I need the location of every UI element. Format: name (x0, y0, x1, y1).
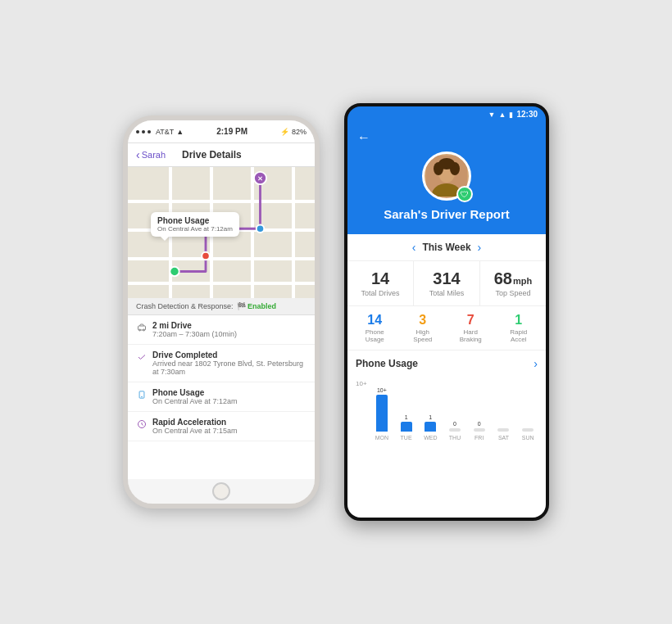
total-drives-stat: 14 Total Drives (347, 261, 414, 305)
back-label: Sarah (142, 150, 166, 160)
bar-tue-value: 1 (405, 414, 408, 420)
signal-dot-2 (142, 130, 145, 133)
drive-item-1: Drive Completed Arrived near 1802 Tyrone… (128, 345, 315, 382)
bar-sat: SAT (494, 427, 514, 441)
iphone-device: AT&T ▲ 2:19 PM ⚡ 82% ‹ Sarah Drive Detai… (123, 115, 320, 509)
top-speed-label: Top Speed (484, 289, 543, 297)
drive-sub-3: On Central Ave at 7:15am (152, 427, 306, 435)
app-container: AT&T ▲ 2:19 PM ⚡ 82% ‹ Sarah Drive Detai… (123, 103, 549, 521)
next-week-button[interactable]: › (478, 241, 482, 254)
android-back-button[interactable]: ← (357, 130, 370, 145)
drive-title-2: Phone Usage (152, 388, 306, 397)
signal-icon: ▼ (488, 111, 496, 119)
drive-sub-1: Arrived near 1802 Tyrone Blvd, St. Peter… (152, 359, 306, 376)
phone-usage-label: PhoneUsage (352, 328, 397, 343)
bar-sun-bar (522, 428, 534, 432)
drive-item-3: Rapid Acceleration On Central Ave at 7:1… (128, 412, 315, 441)
bar-mon: 10+ MON (372, 387, 392, 441)
bar-fri: 0 FRI (470, 421, 489, 441)
prev-week-button[interactable]: ‹ (412, 241, 416, 254)
rapid-accel-badge: 1 RapidAccel (497, 313, 542, 343)
bar-tue-bar (401, 422, 412, 432)
bar-mon-label: MON (375, 435, 388, 441)
bar-fri-value: 0 (478, 421, 481, 427)
bluetooth-icon: ⚡ (280, 128, 289, 136)
badges-row: 14 PhoneUsage 3 HighSpeed 7 HardBraking … (347, 306, 546, 350)
battery-icon: ▮ (509, 111, 513, 119)
svg-point-3 (257, 225, 265, 233)
wifi-icon: ▲ (499, 111, 506, 119)
drive-title-3: Rapid Acceleration (152, 418, 306, 427)
hard-braking-count: 7 (448, 313, 493, 328)
android-time: 12:30 (516, 110, 538, 119)
high-speed-badge: 3 HighSpeed (401, 313, 446, 343)
back-button[interactable]: ‹ Sarah (136, 148, 166, 161)
bar-mon-bar (376, 395, 388, 432)
crash-detection-bar: Crash Detection & Response: 🏁 Enabled (128, 298, 315, 315)
map-view: ✕ Phone Usage On Central Ave at 7:12am (128, 167, 315, 298)
bar-wed-bar (425, 422, 436, 432)
total-miles-number: 314 (417, 269, 476, 288)
total-miles-label: Total Miles (417, 289, 476, 297)
bar-wed-label: WED (424, 435, 437, 441)
iphone-time: 2:19 PM (216, 127, 247, 136)
home-button[interactable] (212, 482, 230, 500)
wifi-icon: ▲ (176, 128, 184, 136)
svg-point-18 (438, 158, 455, 170)
phone-usage-section-title: Phone Usage (356, 358, 418, 369)
tooltip-subtitle: On Central Ave at 7:12am (157, 225, 233, 233)
drive-item-2: Phone Usage On Central Ave at 7:12am (128, 382, 315, 412)
android-status-bar: ▼ ▲ ▮ 12:30 (347, 106, 546, 122)
signal-dot-3 (148, 130, 151, 133)
shield-badge: 🛡 (456, 186, 473, 202)
bar-thu: 0 THU (445, 421, 465, 441)
battery-label: 82% (292, 128, 306, 136)
bar-thu-bar (449, 428, 461, 432)
back-chevron-icon: ‹ (136, 148, 140, 161)
drive-list: 2 mi Drive 7:20am – 7:30am (10min) Drive… (128, 315, 315, 479)
chart-bars: 10+ MON 1 TUE 1 WED (356, 383, 538, 441)
bar-tue: 1 TUE (397, 414, 416, 441)
stats-row: 14 Total Drives 314 Total Miles 68 mph T… (347, 261, 546, 306)
week-label: This Week (422, 242, 470, 253)
iphone-nav-bar: ‹ Sarah Drive Details (128, 143, 315, 167)
bar-tue-label: TUE (401, 435, 412, 441)
check-icon (136, 351, 148, 363)
chart-area: 10+ 10+ MON 1 TUE 1 WE (347, 373, 546, 447)
bar-thu-value: 0 (453, 421, 456, 427)
hard-braking-label: HardBraking (448, 328, 493, 343)
status-right: ⚡ 82% (280, 128, 306, 136)
accel-icon (136, 418, 148, 430)
rapid-accel-label: RapidAccel (497, 328, 542, 343)
bar-sun: SUN (518, 427, 538, 441)
drive-sub-2: On Central Ave at 7:12am (152, 397, 306, 405)
android-header: ← (347, 122, 546, 234)
svg-text:✕: ✕ (257, 175, 263, 183)
drive-item-0: 2 mi Drive 7:20am – 7:30am (10min) (128, 315, 315, 345)
carrier-label: AT&T (156, 128, 174, 136)
phone-usage-expand-button[interactable]: › (534, 357, 538, 370)
chart-y-label: 10+ (356, 380, 367, 387)
car-icon (136, 322, 148, 333)
tooltip-title: Phone Usage (157, 216, 233, 225)
bar-sat-label: SAT (498, 435, 509, 441)
drive-title-0: 2 mi Drive (152, 321, 306, 330)
report-title: Sarah's Driver Report (384, 207, 510, 221)
high-speed-count: 3 (401, 313, 446, 328)
total-drives-number: 14 (351, 269, 410, 288)
top-speed-stat: 68 mph Top Speed (480, 261, 546, 305)
high-speed-label: HighSpeed (401, 328, 446, 343)
phone-usage-badge: 14 PhoneUsage (352, 313, 397, 343)
svg-point-0 (170, 267, 179, 276)
top-speed-number: 68 (494, 269, 512, 288)
bar-sat-bar (497, 428, 509, 432)
total-miles-stat: 314 Total Miles (414, 261, 480, 305)
hard-braking-badge: 7 HardBraking (448, 313, 493, 343)
bar-thu-label: THU (449, 435, 461, 441)
week-nav: ‹ This Week › (347, 234, 546, 261)
rapid-accel-count: 1 (497, 313, 542, 328)
bar-fri-bar (474, 428, 485, 432)
iphone-home-area (128, 479, 315, 504)
status-left: AT&T ▲ (136, 128, 184, 136)
bar-mon-value: 10+ (377, 387, 387, 393)
